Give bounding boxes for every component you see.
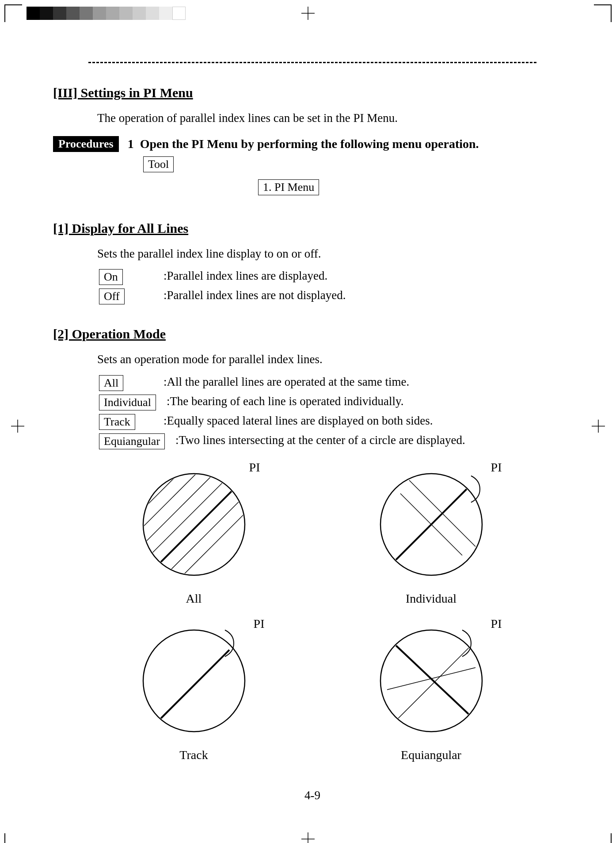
grayscale-bar — [27, 7, 186, 20]
svg-point-9 — [144, 475, 244, 574]
diagram-equiangular: PI Equiangular — [326, 623, 536, 762]
section-1-description: Sets the parallel index line display to … — [97, 245, 572, 263]
svg-line-13 — [154, 485, 251, 582]
off-button-label: Off — [97, 289, 155, 304]
all-button: All — [99, 375, 123, 391]
svg-line-28 — [396, 646, 475, 721]
individual-description: :The bearing of each line is operated in… — [167, 395, 404, 408]
crosshair-top — [301, 7, 315, 23]
crosshair-bottom — [301, 832, 315, 843]
diagram-track-svg — [137, 623, 251, 738]
section-2-description: Sets an operation mode for parallel inde… — [97, 350, 572, 368]
corner-mark-tl — [4, 4, 22, 22]
diagram-track: PI Track — [88, 623, 299, 762]
section-1: [1] Display for All Lines Sets the paral… — [53, 221, 572, 305]
track-button-label: Track — [97, 414, 155, 430]
equiangular-row: Equiangular :Two lines intersecting at t… — [97, 433, 572, 449]
section-2: [2] Operation Mode Sets an operation mod… — [53, 327, 572, 762]
diagram-equiangular-svg — [374, 623, 489, 738]
diagram-equiangular-caption: Equiangular — [401, 748, 461, 762]
on-button: On — [99, 269, 123, 285]
diagram-track-pi-label: PI — [254, 617, 265, 631]
svg-line-17 — [150, 480, 243, 573]
equiangular-button-label: Equiangular — [97, 433, 167, 449]
on-description: :Parallel index lines are displayed. — [164, 269, 327, 283]
on-button-label: On — [97, 269, 155, 285]
menu-submenu: 1. PI Menu — [258, 179, 319, 195]
track-description: :Equally spaced lateral lines are displa… — [164, 414, 433, 428]
individual-button: Individual — [99, 395, 156, 410]
svg-line-30 — [387, 668, 475, 690]
procedures-badge: Procedures — [53, 136, 119, 152]
menu-tool: Tool — [143, 156, 174, 172]
section-1-heading: [1] Display for All Lines — [53, 221, 572, 236]
menu-path: Tool 1. PI Menu — [141, 156, 572, 199]
corner-mark-tr — [594, 4, 612, 22]
equiangular-description: :Two lines intersecting at the center of… — [175, 433, 465, 447]
crosshair-left — [11, 419, 24, 436]
all-row: All :All the parallel lines are operated… — [97, 375, 572, 391]
step-text: Open the PI Menu by performing the follo… — [140, 137, 479, 151]
individual-button-label: Individual — [97, 395, 158, 410]
page-number: 4-9 — [53, 789, 572, 820]
individual-row: Individual :The bearing of each line is … — [97, 395, 572, 410]
step-number: 1 — [128, 137, 134, 151]
diagram-individual-pi-label: PI — [491, 460, 502, 475]
section-iii-heading: [III] Settings in PI Menu — [53, 85, 572, 100]
diagram-individual-svg — [374, 467, 489, 582]
equiangular-button: Equiangular — [99, 433, 165, 449]
diagram-all-svg — [137, 467, 251, 582]
track-row: Track :Equally spaced lateral lines are … — [97, 414, 572, 430]
svg-point-23 — [143, 630, 245, 732]
procedures-line: Procedures 1 Open the PI Menu by perform… — [53, 136, 572, 152]
svg-line-15 — [163, 494, 251, 582]
diagram-equiangular-pi-label: PI — [491, 617, 502, 631]
diagram-all-caption: All — [186, 592, 202, 606]
diagram-individual: PI Individual — [326, 467, 536, 606]
on-row: On :Parallel index lines are displayed. — [97, 269, 572, 285]
section-iii: [III] Settings in PI Menu The operation … — [53, 85, 572, 199]
section-iii-description: The operation of parallel index lines ca… — [97, 109, 572, 127]
off-row: Off :Parallel index lines are not displa… — [97, 289, 572, 304]
svg-line-12 — [137, 467, 229, 560]
svg-point-26 — [380, 630, 482, 732]
corner-mark-br — [594, 833, 612, 843]
off-description: :Parallel index lines are not displayed. — [164, 289, 346, 302]
svg-point-8 — [143, 474, 245, 575]
svg-line-25 — [159, 650, 229, 721]
all-description: :All the parallel lines are operated at … — [164, 375, 409, 389]
diagram-track-caption: Track — [179, 748, 208, 762]
diagrams-grid: PI All — [88, 467, 536, 762]
diagram-all-pi-label: PI — [249, 460, 260, 475]
corner-mark-bl — [4, 833, 22, 843]
off-button: Off — [99, 289, 125, 304]
diagram-all: PI All — [88, 467, 299, 606]
crosshair-right — [592, 419, 605, 436]
svg-point-24 — [144, 631, 244, 731]
all-button-label: All — [97, 375, 155, 391]
dashed-separator — [88, 62, 536, 63]
diagram-individual-caption: Individual — [406, 592, 456, 606]
track-button: Track — [99, 414, 135, 430]
section-2-heading: [2] Operation Mode — [53, 327, 572, 342]
